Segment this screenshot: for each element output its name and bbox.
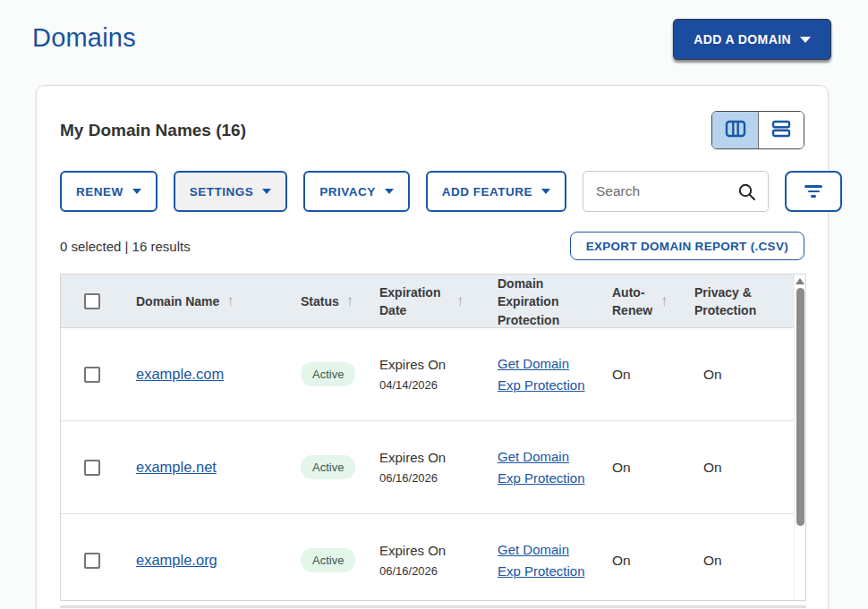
expiration-date: 06/16/2026 — [379, 564, 476, 578]
view-toggle — [711, 111, 804, 149]
column-view-icon — [725, 120, 746, 140]
get-domain-exp-protection-link[interactable]: Get Domain Exp Protection — [498, 539, 587, 582]
get-domain-exp-protection-link[interactable]: Get Domain Exp Protection — [498, 446, 587, 489]
status-badge: Active — [301, 362, 355, 386]
sort-ascending-icon[interactable]: ↑ — [226, 291, 234, 313]
header-cell-checkbox — [61, 293, 123, 309]
add-a-domain-button[interactable]: ADD A DOMAIN — [673, 19, 831, 60]
column-view-button[interactable] — [712, 112, 758, 148]
toolbar: RENEW SETTINGS PRIVACY ADD FEATURE — [60, 171, 804, 212]
status-badge: Active — [301, 548, 355, 572]
search-icon — [737, 182, 757, 206]
column-label: Domain Expiration Protection — [498, 275, 574, 329]
auto-renew-value: On — [612, 553, 631, 568]
row-checkbox[interactable] — [84, 367, 100, 383]
caret-down-icon — [800, 37, 811, 43]
add-feature-label: ADD FEATURE — [442, 185, 532, 199]
table-header-row: Domain Name ↑ Status ↑ Expiration Date ↑… — [61, 275, 795, 328]
table-row: example.org Active Expires On 06/16/2026… — [61, 514, 795, 601]
expiration-cell: Expires On 06/16/2026 — [367, 543, 485, 578]
column-label: Status — [301, 292, 339, 310]
settings-button[interactable]: SETTINGS — [174, 171, 288, 212]
get-domain-exp-protection-link[interactable]: Get Domain Exp Protection — [498, 353, 587, 396]
status-badge: Active — [301, 455, 355, 479]
caret-down-icon — [385, 189, 394, 194]
auto-renew-value: On — [612, 367, 631, 382]
privacy-protection-value: On — [703, 460, 722, 475]
column-label: Privacy & Protection — [694, 283, 771, 320]
scroll-up-arrow-icon[interactable] — [796, 278, 804, 284]
list-view-icon — [771, 120, 791, 140]
expires-on-label: Expires On — [379, 450, 476, 465]
header-cell-status[interactable]: Status ↑ — [288, 291, 367, 313]
search-field-wrap — [583, 171, 769, 212]
renew-button[interactable]: RENEW — [60, 171, 157, 212]
card-header: My Domain Names (16) — [60, 111, 804, 149]
add-a-domain-label: ADD A DOMAIN — [694, 32, 791, 47]
domain-link[interactable]: example.org — [136, 552, 217, 568]
filter-icon — [804, 185, 822, 198]
column-label: Expiration Date — [379, 283, 449, 320]
horizontal-scrollbar[interactable] — [60, 605, 806, 608]
caret-down-icon — [541, 189, 550, 194]
header-cell-domain-name[interactable]: Domain Name ↑ — [123, 291, 288, 313]
privacy-button[interactable]: PRIVACY — [303, 171, 410, 212]
filter-button[interactable] — [785, 171, 842, 212]
privacy-protection-value: On — [703, 367, 722, 382]
auto-renew-value: On — [612, 460, 631, 475]
header-cell-expiration-date[interactable]: Expiration Date ↑ — [367, 283, 485, 320]
domains-table: Domain Name ↑ Status ↑ Expiration Date ↑… — [60, 274, 806, 601]
expires-on-label: Expires On — [379, 543, 476, 558]
header-cell-domain-expiration-protection: Domain Expiration Protection — [485, 275, 600, 329]
row-cell-checkbox — [61, 367, 123, 383]
sort-ascending-icon[interactable]: ↑ — [660, 291, 668, 313]
row-checkbox[interactable] — [84, 460, 100, 476]
expiration-cell: Expires On 06/16/2026 — [367, 450, 485, 485]
column-label: Domain Name — [136, 292, 219, 310]
expiration-date: 04/14/2026 — [379, 378, 476, 392]
add-feature-button[interactable]: ADD FEATURE — [426, 171, 566, 212]
caret-down-icon — [262, 189, 271, 194]
my-domains-card: My Domain Names (16) — [36, 85, 829, 609]
card-title: My Domain Names (16) — [60, 121, 246, 140]
domain-link[interactable]: example.net — [136, 459, 217, 475]
summary-row: 0 selected | 16 results EXPORT DOMAIN RE… — [60, 232, 804, 260]
header-cell-auto-renew[interactable]: Auto-Renew ↑ — [600, 283, 682, 320]
expires-on-label: Expires On — [379, 357, 476, 372]
export-domain-report-button[interactable]: EXPORT DOMAIN REPORT (.CSV) — [570, 232, 804, 260]
table-row: example.net Active Expires On 06/16/2026… — [61, 421, 795, 514]
sort-ascending-icon[interactable]: ↑ — [346, 291, 354, 313]
domain-link[interactable]: example.com — [136, 366, 224, 382]
row-cell-checkbox — [61, 553, 123, 569]
renew-label: RENEW — [76, 185, 123, 199]
settings-label: SETTINGS — [190, 185, 254, 199]
domains-table-grid: Domain Name ↑ Status ↑ Expiration Date ↑… — [61, 275, 795, 601]
privacy-protection-value: On — [703, 553, 722, 568]
table-row: example.com Active Expires On 04/14/2026… — [61, 328, 795, 421]
caret-down-icon — [132, 189, 141, 194]
expiration-date: 06/16/2026 — [379, 471, 476, 485]
selection-summary: 0 selected | 16 results — [60, 239, 191, 254]
column-label: Auto-Renew — [612, 283, 653, 320]
privacy-label: PRIVACY — [319, 185, 376, 199]
row-cell-checkbox — [61, 460, 123, 476]
select-all-checkbox[interactable] — [84, 293, 100, 309]
sort-ascending-icon[interactable]: ↑ — [456, 291, 464, 313]
page-title: Domains — [32, 23, 136, 53]
vertical-scrollbar[interactable] — [794, 275, 805, 600]
header-cell-privacy-protection: Privacy & Protection — [682, 283, 795, 320]
expiration-cell: Expires On 04/14/2026 — [367, 357, 485, 392]
row-checkbox[interactable] — [84, 553, 100, 569]
list-view-button[interactable] — [758, 112, 804, 148]
scrollbar-thumb[interactable] — [796, 288, 804, 526]
